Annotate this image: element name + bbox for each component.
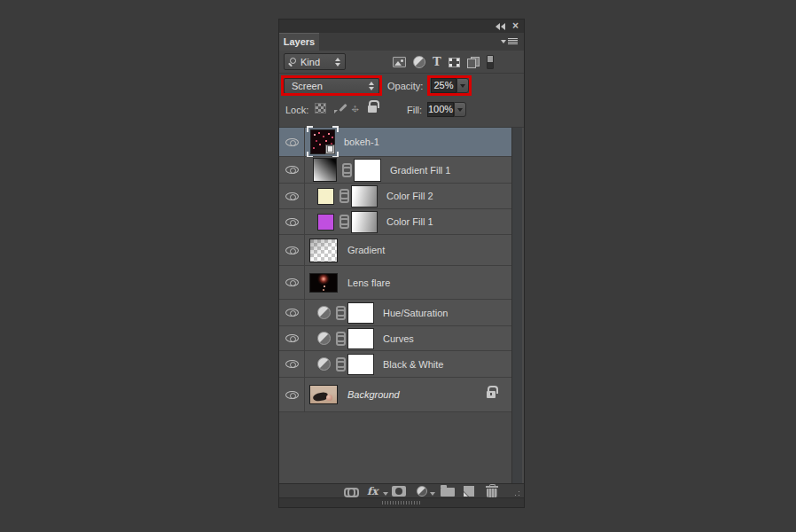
adjustment-layer-icon[interactable] bbox=[317, 306, 331, 319]
layer-row-black-white[interactable]: Black & White bbox=[279, 351, 511, 378]
eye-icon bbox=[285, 334, 299, 342]
layer-row-background[interactable]: Background bbox=[279, 378, 511, 412]
tab-layers[interactable]: Layers bbox=[279, 33, 319, 51]
opacity-dropdown-arrow[interactable] bbox=[457, 78, 469, 93]
layer-name[interactable]: Lens flare bbox=[347, 278, 390, 288]
visibility-toggle[interactable] bbox=[279, 300, 305, 325]
adjustment-layer-icon[interactable] bbox=[317, 357, 331, 371]
lock-paint-icon[interactable] bbox=[333, 102, 346, 114]
layers-panel: × Layers Kind T bbox=[279, 20, 524, 507]
mask-link-icon[interactable] bbox=[341, 163, 349, 177]
filter-row: Kind T bbox=[279, 51, 524, 74]
filter-pixel-layers-icon[interactable] bbox=[393, 57, 406, 67]
panel-titlebar[interactable]: × bbox=[279, 20, 524, 33]
new-group-icon[interactable] bbox=[441, 488, 455, 497]
eye-icon bbox=[285, 192, 299, 200]
close-icon[interactable]: × bbox=[512, 22, 519, 30]
visibility-toggle[interactable] bbox=[279, 235, 305, 265]
visibility-toggle[interactable] bbox=[279, 378, 305, 411]
new-adjustment-layer-icon[interactable] bbox=[417, 486, 427, 497]
opacity-label: Opacity: bbox=[387, 81, 423, 91]
fill-value-field[interactable]: 100% bbox=[427, 102, 454, 117]
add-layer-mask-icon[interactable] bbox=[392, 486, 406, 497]
blend-row: Screen Opacity: 25% bbox=[279, 74, 524, 98]
lock-all-icon[interactable] bbox=[368, 106, 377, 113]
layer-mask-thumbnail[interactable] bbox=[347, 354, 374, 375]
layer-mask-thumbnail[interactable] bbox=[351, 185, 378, 207]
collapse-panel-icon[interactable] bbox=[496, 23, 505, 30]
eye-icon bbox=[285, 391, 299, 399]
color-fill-swatch[interactable] bbox=[317, 188, 334, 205]
eye-icon bbox=[285, 309, 299, 317]
layer-name[interactable]: Color Fill 1 bbox=[386, 216, 433, 227]
layer-mask-thumbnail[interactable] bbox=[347, 302, 374, 324]
panel-resize-handle[interactable] bbox=[382, 501, 421, 505]
gradient-fill-thumbnail[interactable] bbox=[313, 158, 337, 182]
new-layer-icon[interactable] bbox=[464, 486, 474, 497]
layer-thumbnail[interactable] bbox=[309, 239, 338, 262]
fill-dropdown-arrow[interactable] bbox=[454, 102, 466, 117]
layer-styles-icon[interactable]: fx bbox=[367, 485, 378, 497]
layer-name[interactable]: Background bbox=[347, 389, 400, 400]
layer-mask-thumbnail[interactable] bbox=[347, 328, 374, 349]
filter-shape-layers-icon[interactable] bbox=[449, 58, 460, 67]
layer-mask-thumbnail[interactable] bbox=[351, 211, 378, 233]
layer-row-gradient[interactable]: Gradient bbox=[279, 235, 511, 266]
filter-type-layers-icon[interactable]: T bbox=[433, 56, 441, 68]
delete-layer-icon[interactable] bbox=[487, 489, 497, 497]
layer-name[interactable]: Gradient Fill 1 bbox=[390, 165, 450, 176]
lock-position-icon[interactable]: ↔↕ bbox=[348, 101, 362, 115]
layer-row-gradient-fill-1[interactable]: Gradient Fill 1 bbox=[279, 157, 511, 184]
layer-row-color-fill-1[interactable]: Color Fill 1 bbox=[279, 209, 511, 235]
lock-transparency-icon[interactable] bbox=[315, 103, 326, 113]
layer-mask-thumbnail[interactable] bbox=[354, 159, 381, 182]
lock-row: Lock: ↔↕ Fill: 100% bbox=[279, 98, 524, 121]
layer-name[interactable]: Black & White bbox=[383, 359, 443, 370]
layer-thumbnail[interactable] bbox=[309, 273, 338, 293]
layer-name[interactable]: Hue/Saturation bbox=[383, 308, 448, 318]
layers-list: bokeh-1 Gradient Fill 1 Color Fill 2 bbox=[279, 128, 524, 483]
visibility-toggle[interactable] bbox=[279, 184, 305, 208]
layer-row-lens-flare[interactable]: Lens flare bbox=[279, 266, 511, 300]
blend-mode-dropdown[interactable]: Screen bbox=[284, 78, 379, 94]
filter-smart-objects-icon[interactable] bbox=[467, 57, 480, 68]
adjustment-layer-icon[interactable] bbox=[317, 332, 331, 345]
layer-row-curves[interactable]: Curves bbox=[279, 326, 511, 351]
mask-link-icon[interactable] bbox=[335, 357, 343, 372]
layer-name[interactable]: Curves bbox=[383, 333, 414, 344]
locked-layer-icon bbox=[487, 391, 496, 398]
opacity-value-field[interactable]: 25% bbox=[431, 78, 457, 93]
link-layers-icon[interactable] bbox=[344, 488, 359, 495]
filter-kind-dropdown[interactable]: Kind bbox=[284, 53, 346, 70]
mask-link-icon[interactable] bbox=[335, 306, 343, 320]
layer-row-hue-saturation[interactable]: Hue/Saturation bbox=[279, 300, 511, 326]
panel-menu-icon[interactable] bbox=[501, 38, 518, 44]
layer-thumbnail-selection[interactable] bbox=[310, 129, 335, 154]
layer-name[interactable]: Gradient bbox=[347, 245, 385, 255]
layer-thumbnail[interactable] bbox=[309, 385, 338, 404]
layers-toolbar: fx bbox=[279, 483, 524, 498]
mask-link-icon[interactable] bbox=[335, 332, 343, 346]
filter-toggle-icon[interactable] bbox=[487, 55, 494, 69]
layer-row-bokeh-1[interactable]: bokeh-1 bbox=[279, 128, 511, 157]
mask-link-icon[interactable] bbox=[339, 189, 347, 203]
visibility-toggle[interactable] bbox=[279, 326, 305, 350]
layer-name[interactable]: Color Fill 2 bbox=[386, 191, 433, 201]
visibility-toggle[interactable] bbox=[279, 209, 305, 234]
visibility-toggle[interactable] bbox=[279, 157, 305, 183]
panel-tabbar: Layers bbox=[279, 33, 524, 51]
color-fill-swatch[interactable] bbox=[317, 214, 334, 231]
header-spacer bbox=[279, 121, 524, 128]
layer-row-color-fill-2[interactable]: Color Fill 2 bbox=[279, 184, 511, 209]
mask-link-icon[interactable] bbox=[339, 215, 347, 229]
eye-icon bbox=[285, 166, 299, 174]
visibility-toggle[interactable] bbox=[279, 351, 305, 377]
visibility-toggle[interactable] bbox=[279, 128, 305, 156]
scroll-gutter[interactable] bbox=[511, 128, 522, 483]
visibility-toggle[interactable] bbox=[279, 266, 305, 299]
eye-icon bbox=[285, 138, 299, 146]
layer-name[interactable]: bokeh-1 bbox=[344, 137, 379, 147]
resize-grip-icon[interactable] bbox=[511, 487, 521, 497]
filter-adjustment-layers-icon[interactable] bbox=[413, 56, 425, 68]
layer-thumbnail[interactable] bbox=[310, 129, 335, 154]
